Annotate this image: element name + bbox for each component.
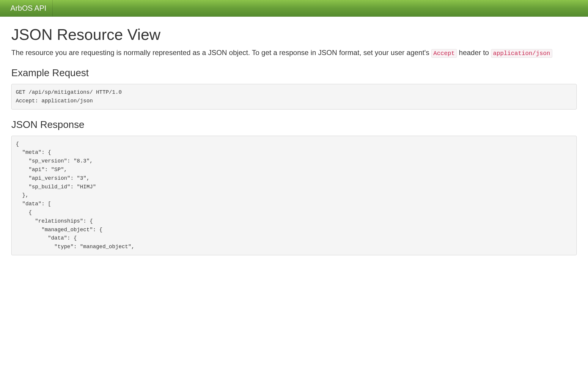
example-request-heading: Example Request (11, 67, 577, 79)
mime-type-code: application/json (491, 49, 552, 58)
navbar: ArbOS API (0, 0, 588, 17)
json-response-code: { "meta": { "sp_version": "8.3", "api": … (11, 136, 577, 255)
lead-paragraph: The resource you are requesting is norma… (11, 48, 577, 58)
example-request-code: GET /api/sp/mitigations/ HTTP/1.0 Accept… (11, 84, 577, 110)
accept-header-code: Accept (431, 49, 457, 58)
lead-text-1: The resource you are requesting is norma… (11, 49, 431, 57)
page-title: JSON Resource View (11, 26, 577, 43)
lead-text-2: header to (457, 49, 491, 57)
json-response-heading: JSON Response (11, 119, 577, 130)
navbar-brand[interactable]: ArbOS API (4, 0, 53, 16)
main-container: JSON Resource View The resource you are … (0, 17, 588, 267)
